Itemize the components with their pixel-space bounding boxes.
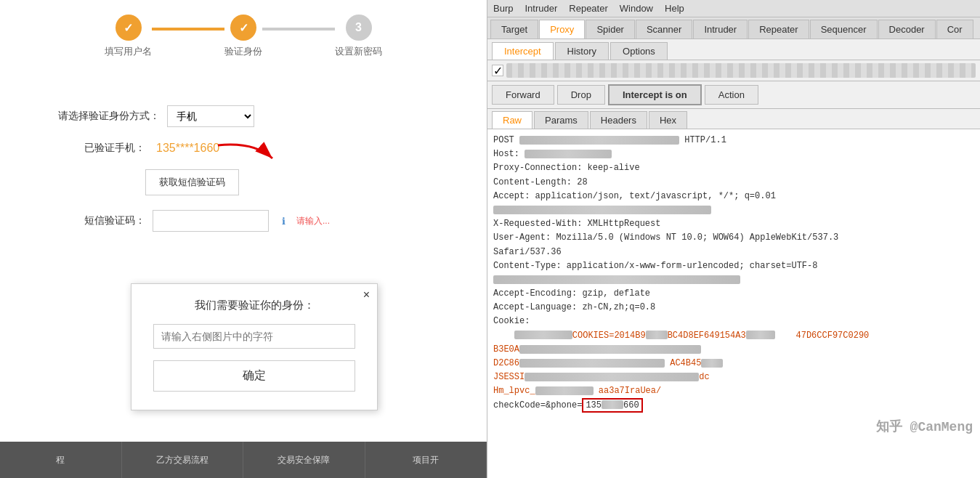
phone-value-highlight: 135660 <box>582 398 642 413</box>
request-url <box>506 63 976 78</box>
tab-target[interactable]: Target <box>490 20 538 39</box>
intercept-checkbox[interactable]: ✓ <box>492 65 503 76</box>
phone-label: 已验证手机： <box>58 142 145 155</box>
content-tab-bar: Raw Params Headers Hex <box>487 109 980 129</box>
req-line-cookie: COOKIES=2014B9BC4D8EF649154A3 47D6CCF97C… <box>493 329 974 343</box>
main-tab-bar: Target Proxy Spider Scanner Intruder Rep… <box>487 17 980 39</box>
req-line-jsessi: JSESSIdc <box>493 370 974 384</box>
verify-select[interactable]: 手机 <box>167 105 254 127</box>
tab-proxy[interactable]: Proxy <box>539 20 585 39</box>
action-button[interactable]: Action <box>705 85 758 105</box>
watermark: 知乎 @CanMeng <box>876 417 973 438</box>
footer-tabs: 程 乙方交易流程 交易安全保障 项目开 <box>0 442 487 478</box>
req-line-11 <box>493 273 974 287</box>
tab-decoder[interactable]: Decoder <box>878 20 936 39</box>
step-1-circle: ✓ <box>116 15 142 41</box>
content-tab-params[interactable]: Params <box>534 111 588 129</box>
req-line-d2: D2C86 AC4B45 <box>493 357 974 370</box>
req-line-8: User-Agent: Mozilla/5.0 (Windows NT 10.0… <box>493 231 974 245</box>
step-3: 3 设置新密码 <box>335 15 382 58</box>
sub-tab-history[interactable]: History <box>555 42 609 60</box>
menu-intruder[interactable]: Intruder <box>525 3 557 14</box>
step-1-label: 填写用户名 <box>105 45 152 58</box>
tab-scanner[interactable]: Scanner <box>636 20 692 39</box>
step-2: ✓ 验证身份 <box>224 15 262 58</box>
dialog-close-button[interactable]: × <box>363 288 370 301</box>
req-line-last: checkCode=&phone=135660 <box>493 399 974 413</box>
req-line-1: POST HTTP/1.1 <box>493 134 974 147</box>
menu-bar: Burp Intruder Repeater Window Help <box>487 0 980 17</box>
forward-button[interactable]: Forward <box>492 85 554 105</box>
menu-help[interactable]: Help <box>665 3 684 14</box>
req-line-6 <box>493 203 974 217</box>
captcha-dialog: × 我们需要验证你的身份： 确定 <box>131 283 378 410</box>
req-line-4: Content-Length: 28 <box>493 176 974 190</box>
req-line-5: Accept: application/json, text/javascrip… <box>493 190 974 203</box>
action-bar: Forward Drop Intercept is on Action <box>487 81 980 109</box>
drop-button[interactable]: Drop <box>557 85 605 105</box>
req-line-b3: B3E0A <box>493 343 974 357</box>
step-2-label: 验证身份 <box>224 45 262 58</box>
request-content[interactable]: POST HTTP/1.1 Host: Proxy-Connection: ke… <box>487 129 980 478</box>
request-url-bar: ✓ <box>487 60 980 81</box>
menu-repeater[interactable]: Repeater <box>569 3 607 14</box>
phone-mid-blur <box>602 400 623 409</box>
footer-tab-1[interactable]: 乙方交易流程 <box>122 442 244 478</box>
sms-input[interactable] <box>153 210 269 232</box>
sub-tab-bar: Intercept History Options <box>487 39 980 60</box>
dialog-confirm-button[interactable]: 确定 <box>153 360 355 392</box>
phone-row: 已验证手机： 135****1660 <box>58 142 429 155</box>
jsessi-blur <box>525 373 699 381</box>
sub-tab-intercept[interactable]: Intercept <box>492 42 554 60</box>
hint-text: 请输入... <box>296 215 330 227</box>
line6-blur <box>493 206 711 214</box>
steps-row: ✓ 填写用户名 ✓ 验证身份 3 设置新密码 <box>0 0 487 62</box>
menu-window[interactable]: Window <box>620 3 653 14</box>
sms-label: 短信验证码： <box>58 214 145 227</box>
left-panel: ✓ 填写用户名 ✓ 验证身份 3 设置新密码 请选择验证身份方式： 手机 已验证… <box>0 0 487 478</box>
right-panel: Burp Intruder Repeater Window Help Targe… <box>487 0 980 478</box>
connector-2 <box>262 28 335 31</box>
step-3-label: 设置新密码 <box>335 45 382 58</box>
intercept-toggle-button[interactable]: Intercept is on <box>608 84 702 105</box>
sub-tab-options[interactable]: Options <box>610 42 668 60</box>
req-line-2: Host: <box>493 147 974 161</box>
red-arrow <box>211 138 283 177</box>
req-line-10: Content-Type: application/x-www-form-url… <box>493 259 974 273</box>
cookie-blur1 <box>514 331 572 339</box>
cookie-blur2 <box>646 331 668 339</box>
host-blur <box>525 150 612 158</box>
req-line-14: Cookie: <box>493 315 974 328</box>
cookie-blur3 <box>746 331 775 339</box>
tab-intruder[interactable]: Intruder <box>693 20 748 39</box>
req-line-3: Proxy-Connection: keep-alive <box>493 161 974 175</box>
footer-tab-3[interactable]: 项目开 <box>365 442 487 478</box>
req-line-13: Accept-Language: zh-CN,zh;q=0.8 <box>493 301 974 315</box>
form-area: 请选择验证身份方式： 手机 已验证手机： 135****1660 <box>0 62 487 268</box>
sms-code-row: 短信验证码： ℹ 请输入... <box>58 210 429 232</box>
d2-blur2 <box>701 359 723 368</box>
d2-blur <box>519 359 665 368</box>
req-line-7: X-Requested-With: XMLHttpRequest <box>493 217 974 231</box>
footer-tab-2[interactable]: 交易安全保障 <box>243 442 365 478</box>
menu-burp[interactable]: Burp <box>493 3 513 14</box>
step-2-circle: ✓ <box>230 15 256 41</box>
req-line-hm: Hm_lpvc_ aa3a7IraUea/ <box>493 384 974 398</box>
content-tab-headers[interactable]: Headers <box>590 111 647 129</box>
dialog-title: 我们需要验证你的身份： <box>153 299 355 312</box>
verify-method-row: 请选择验证身份方式： 手机 <box>58 105 429 127</box>
line11-blur <box>493 275 740 284</box>
req-line-12: Accept-Encoding: gzip, deflate <box>493 287 974 301</box>
step-3-circle: 3 <box>346 15 372 41</box>
captcha-input[interactable] <box>153 324 355 349</box>
connector-1 <box>152 28 224 31</box>
step-1: ✓ 填写用户名 <box>105 15 152 58</box>
content-tab-raw[interactable]: Raw <box>492 111 532 129</box>
tab-cor[interactable]: Cor <box>936 20 973 39</box>
footer-tab-0[interactable]: 程 <box>0 442 122 478</box>
tab-repeater[interactable]: Repeater <box>748 20 809 39</box>
content-tab-hex[interactable]: Hex <box>649 111 687 129</box>
tab-sequencer[interactable]: Sequencer <box>810 20 878 39</box>
req-line-9: Safari/537.36 <box>493 246 974 259</box>
tab-spider[interactable]: Spider <box>586 20 635 39</box>
